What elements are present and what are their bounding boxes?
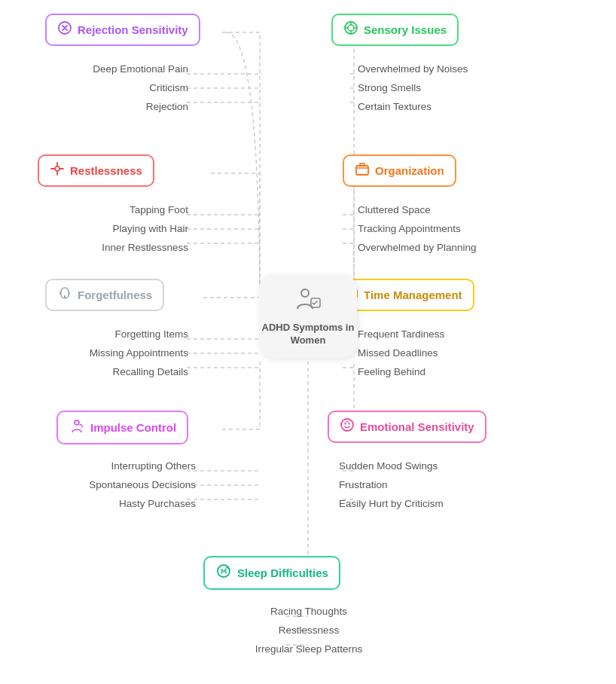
restlessness-item-1: Tapping Foot — [23, 201, 188, 220]
forgetfulness-subitems: Forgetting Items Missing Appointments Re… — [8, 325, 188, 382]
organization-item-2: Tracking Appointments — [358, 220, 569, 239]
forgetfulness-item-3: Recalling Details — [8, 363, 188, 382]
restlessness-subitems: Tapping Foot Playing with Hair Inner Res… — [23, 201, 188, 258]
sleep-item-3: Irregular Sleep Patterns — [215, 640, 403, 659]
timemanagement-label: Time Management — [364, 289, 462, 301]
restlessness-item-2: Playing with Hair — [23, 220, 188, 239]
impulse-subitems: Interrupting Others Spontaneous Decision… — [23, 457, 196, 514]
forgetfulness-item-1: Forgetting Items — [8, 325, 188, 344]
sensory-label: Sensory Issues — [364, 23, 447, 36]
forgetfulness-icon — [57, 286, 72, 304]
sensory-item-1: Overwhelmed by Noises — [358, 60, 531, 79]
timemanagement-item-3: Feeling Behind — [358, 363, 553, 382]
svg-point-26 — [221, 569, 223, 571]
rejection-item-3: Rejection — [23, 98, 188, 117]
forgetfulness-label: Forgetfulness — [78, 289, 152, 301]
restlessness-label: Restlessness — [70, 164, 142, 177]
sleep-icon — [215, 563, 232, 583]
sensory-icon — [343, 20, 358, 39]
sensory-item-2: Strong Smells — [358, 79, 531, 98]
center-node: ADHD Symptoms in Women — [259, 275, 357, 358]
cat-restlessness: Restlessness — [38, 154, 154, 187]
impulse-item-1: Interrupting Others — [23, 457, 196, 476]
rejection-icon — [57, 20, 72, 39]
rejection-subitems: Deep Emotional Pain Criticism Rejection — [23, 60, 188, 117]
cat-impulse-control: Impulse Control — [56, 411, 188, 444]
svg-point-4 — [348, 25, 354, 31]
timemanagement-subitems: Frequent Tardiness Missed Deadlines Feel… — [358, 325, 553, 382]
timemanagement-item-1: Frequent Tardiness — [358, 325, 553, 344]
emotional-subitems: Sudden Mood Swings Frustration Easily Hu… — [339, 457, 572, 514]
sensory-item-3: Certain Textures — [358, 98, 531, 117]
organization-label: Organization — [375, 164, 444, 177]
svg-point-21 — [75, 420, 79, 425]
svg-point-22 — [341, 419, 353, 431]
svg-point-0 — [301, 289, 309, 297]
restlessness-item-3: Inner Restlessness — [23, 239, 188, 258]
center-icon — [294, 286, 322, 319]
center-title: ADHD Symptoms in Women — [259, 322, 357, 347]
organization-subitems: Cluttered Space Tracking Appointments Ov… — [358, 201, 569, 258]
cat-rejection-sensitivity: Rejection Sensitivity — [45, 14, 200, 46]
cat-emotional-sensitivity: Emotional Sensitivity — [328, 411, 486, 443]
timemanagement-item-2: Missed Deadlines — [358, 344, 553, 363]
sensory-subitems: Overwhelmed by Noises Strong Smells Cert… — [358, 60, 531, 117]
cat-organization: Organization — [343, 154, 456, 187]
organization-item-1: Cluttered Space — [358, 201, 569, 220]
rejection-item-1: Deep Emotional Pain — [23, 60, 188, 79]
sleep-item-1: Racing Thoughts — [215, 603, 403, 621]
impulse-item-3: Hasty Purchases — [23, 495, 196, 514]
organization-icon — [355, 161, 370, 180]
svg-rect-14 — [356, 166, 368, 175]
cat-sleep-difficulties: Sleep Difficulties — [203, 556, 340, 590]
emotional-icon — [340, 417, 355, 436]
adhd-diagram: ADHD Symptoms in Women Rejection Sensiti… — [0, 0, 616, 684]
impulse-label: Impulse Control — [90, 421, 176, 434]
emotional-item-2: Frustration — [339, 476, 572, 495]
svg-point-24 — [348, 423, 349, 424]
svg-point-23 — [344, 423, 346, 424]
rejection-item-2: Criticism — [23, 79, 188, 98]
impulse-item-2: Spontaneous Decisions — [23, 476, 196, 495]
sleep-item-2: Restlessness — [215, 621, 403, 640]
emotional-label: Emotional Sensitivity — [360, 420, 474, 433]
sleep-subitems: Racing Thoughts Restlessness Irregular S… — [215, 603, 403, 659]
emotional-item-1: Sudden Mood Swings — [339, 457, 572, 476]
sleep-label: Sleep Difficulties — [237, 566, 328, 579]
restlessness-icon — [50, 161, 65, 180]
emotional-item-3: Easily Hurt by Criticism — [339, 495, 572, 514]
forgetfulness-item-2: Missing Appointments — [8, 344, 188, 363]
rejection-label: Rejection Sensitivity — [78, 23, 188, 36]
svg-point-27 — [224, 569, 227, 571]
organization-item-3: Overwhelmed by Planning — [358, 239, 569, 258]
cat-forgetfulness: Forgetfulness — [45, 279, 164, 311]
cat-sensory-issues: Sensory Issues — [331, 14, 459, 46]
impulse-icon — [69, 417, 85, 438]
